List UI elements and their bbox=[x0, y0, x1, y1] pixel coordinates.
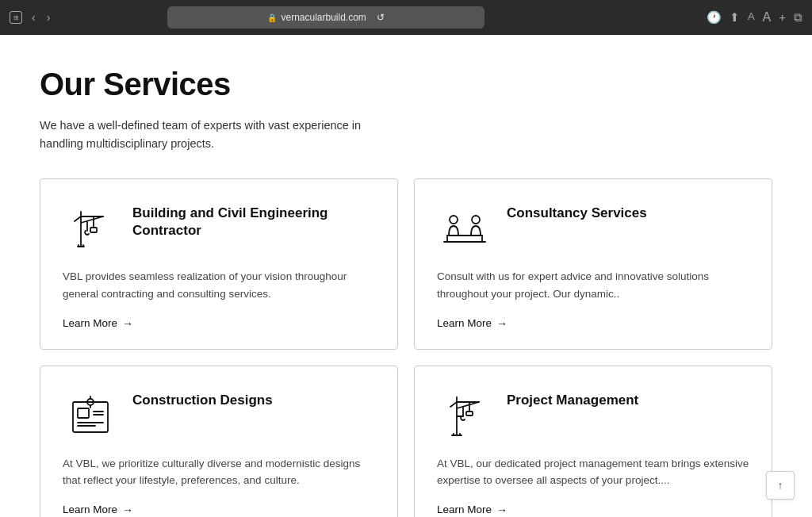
crane-icon bbox=[63, 201, 118, 257]
page-subtitle: We have a well-defined team of experts w… bbox=[40, 117, 389, 153]
svg-line-3 bbox=[81, 216, 103, 223]
font-size-icon[interactable]: A bbox=[763, 10, 772, 25]
new-tab-icon[interactable]: + bbox=[779, 10, 786, 25]
url-text: vernacularbuild.com bbox=[281, 12, 366, 23]
service-card-building-civil: Building and Civil Engineering Contracto… bbox=[40, 178, 398, 349]
back-button[interactable]: ‹ bbox=[29, 10, 39, 25]
svg-line-29 bbox=[450, 402, 457, 407]
reload-button[interactable]: ↺ bbox=[377, 12, 385, 23]
consultancy-title: Consultancy Services bbox=[507, 205, 647, 222]
scroll-top-icon: ↑ bbox=[778, 479, 783, 492]
tab-overview-icon[interactable]: ⧉ bbox=[794, 10, 802, 25]
svg-point-10 bbox=[450, 216, 458, 224]
project-management-description: At VBL, our dedicated project management… bbox=[437, 455, 749, 489]
blueprint-icon bbox=[63, 389, 118, 444]
page-content: Our Services We have a well-defined team… bbox=[0, 35, 812, 517]
construction-designs-title: Construction Designs bbox=[132, 392, 273, 409]
building-civil-learn-more[interactable]: Learn More → bbox=[63, 317, 133, 330]
lock-icon: 🔒 bbox=[267, 13, 277, 22]
construction-designs-description: At VBL, we prioritize culturally diverse… bbox=[63, 455, 375, 489]
tab-group-icon[interactable]: ⊞ bbox=[10, 11, 22, 24]
svg-line-30 bbox=[457, 402, 479, 408]
card-header: Project Management bbox=[437, 389, 749, 444]
arrow-icon: → bbox=[122, 317, 133, 330]
arrow-icon: → bbox=[496, 317, 508, 330]
consultancy-learn-more[interactable]: Learn More → bbox=[437, 317, 508, 330]
browser-nav: ‹ › bbox=[29, 10, 53, 25]
meeting-icon bbox=[437, 201, 492, 257]
svg-rect-32 bbox=[466, 412, 473, 416]
card-header: Building and Civil Engineering Contracto… bbox=[63, 201, 375, 257]
tower-crane-icon bbox=[437, 389, 492, 444]
svg-rect-5 bbox=[90, 228, 97, 232]
page-title: Our Services bbox=[40, 67, 772, 102]
address-bar[interactable]: 🔒 vernacularbuild.com ↺ bbox=[167, 6, 485, 29]
service-card-construction-designs: Construction Designs At VBL, we prioriti… bbox=[40, 366, 398, 517]
service-card-consultancy: Consultancy Services Consult with us for… bbox=[414, 178, 772, 349]
scroll-to-top-button[interactable]: ↑ bbox=[766, 471, 795, 500]
consultancy-description: Consult with us for expert advice and in… bbox=[437, 268, 749, 302]
services-grid: Building and Civil Engineering Contracto… bbox=[40, 178, 772, 517]
arrow-icon: → bbox=[496, 504, 508, 516]
svg-line-2 bbox=[75, 216, 81, 221]
building-civil-title: Building and Civil Engineering Contracto… bbox=[132, 205, 375, 239]
forward-button[interactable]: › bbox=[44, 10, 54, 25]
project-management-learn-more[interactable]: Learn More → bbox=[437, 504, 508, 516]
browser-toolbar: ⊞ ‹ › 🔒 vernacularbuild.com ↺ 🕐 ⬆ A A + … bbox=[0, 0, 812, 35]
card-header: Construction Designs bbox=[63, 389, 375, 444]
card-header: Consultancy Services bbox=[437, 201, 749, 257]
browser-actions: 🕐 ⬆ A A + ⧉ bbox=[707, 10, 802, 25]
share-icon[interactable]: ⬆ bbox=[730, 10, 740, 25]
arrow-icon: → bbox=[122, 504, 133, 516]
project-management-title: Project Management bbox=[507, 392, 638, 409]
svg-point-11 bbox=[472, 216, 480, 224]
construction-designs-learn-more[interactable]: Learn More → bbox=[63, 504, 133, 516]
service-card-project-management: Project Management At VBL, our dedicated… bbox=[414, 366, 772, 517]
history-icon[interactable]: 🕐 bbox=[707, 10, 722, 25]
building-civil-description: VBL provides seamless realization of you… bbox=[63, 268, 375, 302]
reader-view-icon[interactable]: A bbox=[748, 10, 755, 25]
svg-rect-17 bbox=[78, 408, 89, 418]
